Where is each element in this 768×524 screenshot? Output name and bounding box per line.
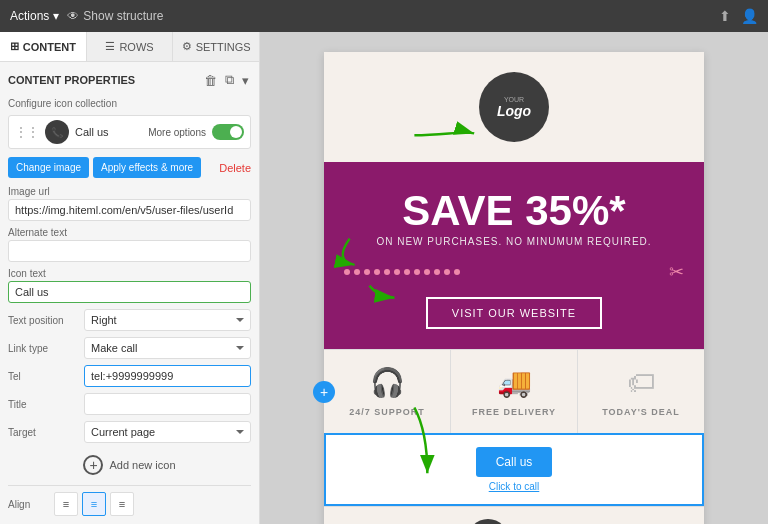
actions-button[interactable]: Actions ▾ — [10, 9, 59, 23]
title-input[interactable] — [84, 393, 251, 415]
dots-left — [344, 269, 460, 275]
alternate-text-label: Alternate text — [8, 227, 251, 238]
tel-row: Tel — [8, 365, 251, 387]
section-header: CONTENT PROPERTIES 🗑 ⧉ ▾ — [8, 70, 251, 90]
section-title: CONTENT PROPERTIES — [8, 74, 135, 86]
logo-circle: YOUR Logo — [479, 72, 549, 142]
image-url-label: Image url — [8, 186, 251, 197]
user-icon[interactable]: 👤 — [741, 8, 758, 24]
add-new-icon-button[interactable]: + Add new icon — [8, 449, 251, 481]
align-right-button[interactable]: ≡ — [110, 492, 134, 516]
text-position-row: Text position Right Left Center — [8, 309, 251, 331]
dot — [404, 269, 410, 275]
deal-label: TODAY'S DEAL — [602, 407, 680, 417]
actions-label: Actions — [10, 9, 49, 23]
logo-your: YOUR — [504, 96, 524, 103]
features-section: + 🎧 24/7 SUPPORT 🚚 FREE DELIVERY 🏷 TODAY… — [324, 349, 704, 433]
image-url-field: Image url — [8, 186, 251, 221]
text-position-label: Text position — [8, 315, 78, 326]
add-icon-label: Add new icon — [109, 459, 175, 471]
support-label: 24/7 SUPPORT — [349, 407, 425, 417]
feature-deal: 🏷 TODAY'S DEAL — [578, 350, 704, 433]
settings-tab-label: SETTINGS — [196, 41, 251, 53]
actions-chevron-icon: ▾ — [53, 9, 59, 23]
icon-text-field: Icon text — [8, 268, 251, 303]
collapse-button[interactable]: ▾ — [240, 71, 251, 90]
top-bar: Actions ▾ 👁 Show structure ⬆ 👤 — [0, 0, 768, 32]
dot — [454, 269, 460, 275]
link-type-select[interactable]: Make call URL — [84, 337, 251, 359]
scissors-icon: ✂ — [669, 261, 684, 283]
title-label: Title — [8, 399, 78, 410]
tel-input[interactable] — [84, 365, 251, 387]
dot — [344, 269, 350, 275]
target-label: Target — [8, 427, 78, 438]
content-properties-panel: CONTENT PROPERTIES 🗑 ⧉ ▾ Configure icon … — [0, 62, 259, 524]
logo-text: Logo — [497, 103, 531, 119]
dot — [394, 269, 400, 275]
show-structure-label: Show structure — [83, 9, 163, 23]
dot — [434, 269, 440, 275]
target-row: Target Current page New page — [8, 421, 251, 443]
alternate-text-input[interactable] — [8, 240, 251, 262]
align-icons: ≡ ≡ ≡ — [54, 492, 134, 516]
dot — [374, 269, 380, 275]
add-section-button[interactable]: + — [313, 381, 335, 403]
align-left-button[interactable]: ≡ — [54, 492, 78, 516]
show-structure-toggle[interactable]: 👁 Show structure — [67, 9, 163, 23]
main-layout: ⊞ CONTENT ☰ ROWS ⚙ SETTINGS CONTENT PROP… — [0, 32, 768, 524]
callus-bar: 📞 Call us + — [324, 506, 704, 524]
alternate-text-field: Alternate text — [8, 227, 251, 262]
icon-text-input[interactable] — [8, 281, 251, 303]
tab-content[interactable]: ⊞ CONTENT — [0, 32, 87, 61]
left-panel: ⊞ CONTENT ☰ ROWS ⚙ SETTINGS CONTENT PROP… — [0, 32, 260, 524]
call-icon-circle: 📞 — [45, 120, 69, 144]
change-image-button[interactable]: Change image — [8, 157, 89, 178]
text-position-select[interactable]: Right Left Center — [84, 309, 251, 331]
callus-bar-icon: 📞 — [467, 519, 509, 524]
preview-panel: YOUR Logo SAVE 35%* ON NEW PURCHASES. NO… — [260, 32, 768, 524]
banner-dots: ✂ — [344, 261, 684, 283]
delete-button[interactable]: Delete — [219, 162, 251, 174]
copy-section-button[interactable]: ⧉ — [223, 70, 236, 90]
feature-support: 🎧 24/7 SUPPORT — [324, 350, 451, 433]
drag-handle-icon[interactable]: ⋮⋮ — [15, 125, 39, 139]
align-section: Align ≡ ≡ ≡ — [8, 485, 251, 522]
action-buttons: Change image Apply effects & more Delete — [8, 157, 251, 178]
deal-icon: 🏷 — [627, 366, 655, 399]
logo-section: YOUR Logo — [324, 52, 704, 162]
tel-label: Tel — [8, 371, 78, 382]
more-options-toggle[interactable] — [212, 124, 244, 140]
target-select[interactable]: Current page New page — [84, 421, 251, 443]
align-label: Align — [8, 499, 48, 510]
dot — [364, 269, 370, 275]
tab-settings[interactable]: ⚙ SETTINGS — [173, 32, 259, 61]
delivery-label: FREE DELIVERY — [472, 407, 556, 417]
apply-effects-button[interactable]: Apply effects & more — [93, 157, 201, 178]
image-url-input[interactable] — [8, 199, 251, 221]
click-to-call-link[interactable]: Click to call — [489, 481, 540, 492]
dot — [444, 269, 450, 275]
feature-delivery: 🚚 FREE DELIVERY — [451, 350, 578, 433]
icon-text-label: Icon text — [8, 268, 251, 279]
content-tab-icon: ⊞ — [10, 40, 19, 53]
delete-section-button[interactable]: 🗑 — [202, 71, 219, 90]
more-options-label: More options — [148, 127, 206, 138]
top-bar-right: ⬆ 👤 — [719, 8, 758, 24]
visit-website-button[interactable]: VISIT OUR WEBSITE — [426, 297, 602, 329]
upload-icon[interactable]: ⬆ — [719, 8, 731, 24]
top-bar-left: Actions ▾ 👁 Show structure — [10, 9, 163, 23]
align-center-button[interactable]: ≡ — [82, 492, 106, 516]
callus-button[interactable]: Call us — [476, 447, 553, 477]
configure-label: Configure icon collection — [8, 98, 251, 109]
icon-name-label: Call us — [75, 126, 142, 138]
banner-section: SAVE 35%* ON NEW PURCHASES. NO MINUMUM R… — [324, 162, 704, 349]
email-container: YOUR Logo SAVE 35%* ON NEW PURCHASES. NO… — [324, 52, 704, 524]
content-tab-label: CONTENT — [23, 41, 76, 53]
tab-rows[interactable]: ☰ ROWS — [87, 32, 174, 61]
add-icon-plus-icon: + — [83, 455, 103, 475]
callus-section: Call us Click to call — [324, 433, 704, 506]
delivery-icon: 🚚 — [497, 366, 532, 399]
section-actions: 🗑 ⧉ ▾ — [202, 70, 251, 90]
settings-tab-icon: ⚙ — [182, 40, 192, 53]
